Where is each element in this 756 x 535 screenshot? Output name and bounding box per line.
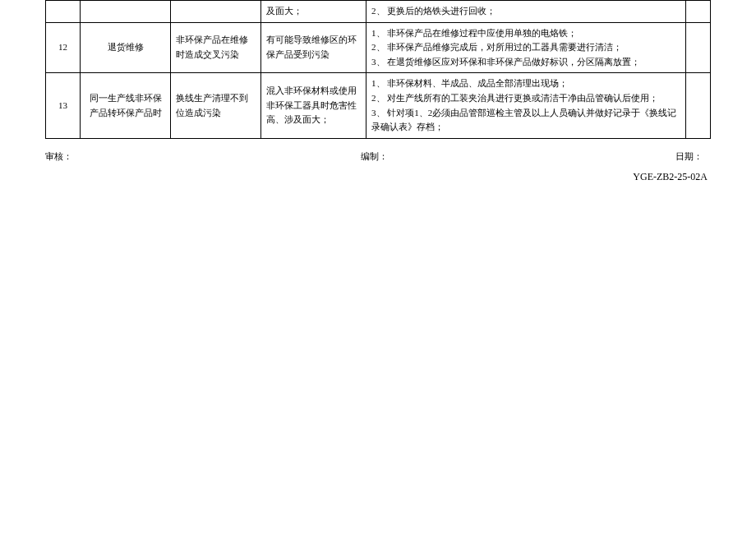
cell-risk: 混入非环保材料或使用非环保工器具时危害性高、涉及面大； xyxy=(261,73,366,138)
date-label: 日期： xyxy=(675,150,703,163)
compiled-label: 编制： xyxy=(361,150,388,163)
cell-measures: 1、 非环保材料、半成品、成品全部清理出现场； 2、 对生产线所有的工装夹治具进… xyxy=(366,73,686,138)
measure-line: 3、 在退货维修区应对环保和非环保产品做好标识，分区隔离放置； xyxy=(371,55,680,70)
cell-cause: 非环保产品在维修时造成交叉污染 xyxy=(171,22,261,73)
cell-measures: 1、 非环保产品在维修过程中应使用单独的电烙铁； 2、 非环保产品维修完成后，对… xyxy=(366,22,686,73)
measure-line: 3、 针对项1、2必须由品管部巡检主管及以上人员确认并做好记录于《换线记录确认表… xyxy=(371,106,680,135)
cell-num: 12 xyxy=(46,22,81,73)
table-row: 12 退货维修 非环保产品在维修时造成交叉污染 有可能导致维修区的环保产品受到污… xyxy=(46,22,711,73)
measure-line: 2、 对生产线所有的工装夹治具进行更换或清洁干净由品管确认后使用； xyxy=(371,91,680,106)
cell-num: 13 xyxy=(46,73,81,138)
cell-risk: 及面大； xyxy=(261,1,366,23)
measure-line: 1、 非环保材料、半成品、成品全部清理出现场； xyxy=(371,76,680,91)
cell-end xyxy=(686,22,711,73)
cell-num xyxy=(46,1,81,23)
audit-label: 审核： xyxy=(45,150,72,163)
cell-cause: 换线生产清理不到位造成污染 xyxy=(171,73,261,138)
measure-line: 1、 非环保产品在维修过程中应使用单独的电烙铁； xyxy=(371,26,680,41)
document-code: YGE-ZB2-25-02A xyxy=(45,171,711,183)
document-page: 及面大； 2、 更换后的烙铁头进行回收； 12 退货维修 非环保产品在维修时造成… xyxy=(0,0,756,183)
cell-cause xyxy=(171,1,261,23)
cell-proc: 退货维修 xyxy=(81,22,171,73)
cell-end xyxy=(686,73,711,138)
table-row: 13 同一生产线非环保产品转环保产品时 换线生产清理不到位造成污染 混入非环保材… xyxy=(46,73,711,138)
measure-line: 2、 非环保产品维修完成后，对所用过的工器具需要进行清洁； xyxy=(371,40,680,55)
main-table: 及面大； 2、 更换后的烙铁头进行回收； 12 退货维修 非环保产品在维修时造成… xyxy=(45,0,711,139)
table-row: 及面大； 2、 更换后的烙铁头进行回收； xyxy=(46,1,711,23)
cell-measures: 2、 更换后的烙铁头进行回收； xyxy=(366,1,686,23)
cell-end xyxy=(686,1,711,23)
footer-row: 审核： 编制： 日期： xyxy=(45,150,711,163)
cell-proc xyxy=(81,1,171,23)
cell-risk: 有可能导致维修区的环保产品受到污染 xyxy=(261,22,366,73)
cell-proc: 同一生产线非环保产品转环保产品时 xyxy=(81,73,171,138)
